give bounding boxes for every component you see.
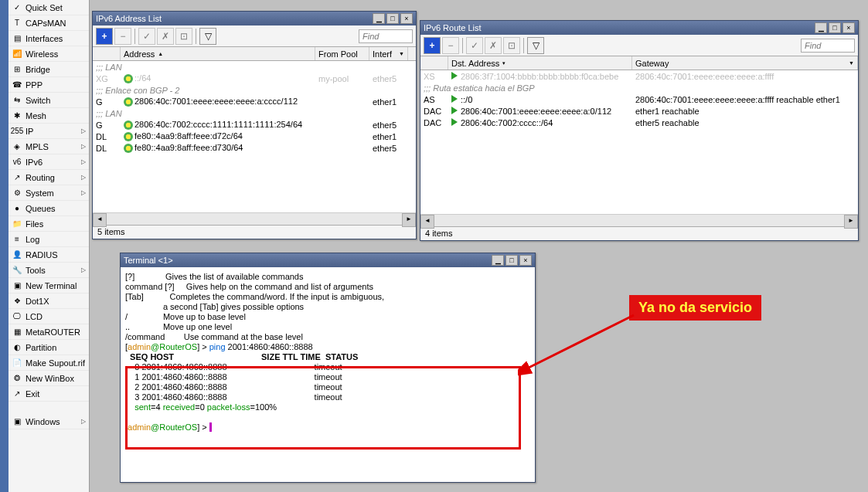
- horizontal-scrollbar[interactable]: [420, 214, 858, 226]
- remove-button[interactable]: −: [114, 28, 131, 45]
- table-row[interactable]: DL fe80::4aa9:8aff:feee:d730/64 ether5: [93, 142, 416, 154]
- horizontal-scrollbar[interactable]: [93, 212, 416, 225]
- find-input[interactable]: [801, 39, 855, 53]
- table-row[interactable]: G 2806:40c:7002:cccc:1111:1111:1111:254/…: [93, 119, 416, 131]
- maximize-button[interactable]: □: [505, 255, 518, 266]
- table-row[interactable]: XG ::/64 my-pool ether5: [93, 73, 416, 84]
- sidebar-item-interfaces[interactable]: ▤Interfaces: [9, 31, 89, 46]
- sidebar-item-label: MetaROUTER: [26, 327, 80, 337]
- sidebar-item-files[interactable]: 📁Files: [9, 216, 89, 232]
- sidebar-item-label: Queues: [26, 204, 56, 213]
- sidebar-item-exit[interactable]: ↗Exit: [9, 386, 89, 402]
- address-icon: [124, 97, 133, 107]
- sidebar-item-windows[interactable]: ▣Windows▷: [9, 414, 89, 429]
- sidebar-item-ipv6[interactable]: v6IPv6▷: [9, 154, 89, 170]
- find-input[interactable]: [359, 29, 413, 43]
- table-row[interactable]: XS 2806:3f7:1004:bbbb:bbbb:bbbb:f0ca:beb…: [420, 70, 858, 82]
- sidebar-item-radius[interactable]: 👤RADIUS: [9, 247, 89, 263]
- ping-summary: sent=4 received=0 packet-loss=100%: [125, 402, 530, 412]
- minimize-button[interactable]: ▁: [815, 22, 827, 33]
- sidebar-item-ppp[interactable]: ☎PPP: [9, 77, 89, 93]
- sidebar-item-log[interactable]: ≡Log: [9, 232, 89, 247]
- route-icon: [451, 95, 458, 103]
- minimize-button[interactable]: ▁: [492, 255, 504, 266]
- menu-icon: ●: [12, 203, 22, 214]
- enable-button[interactable]: ✓: [466, 37, 483, 54]
- help-line: /command Use command at the base level: [125, 332, 530, 342]
- col-flag[interactable]: [93, 47, 121, 60]
- filter-button[interactable]: ▽: [199, 28, 216, 45]
- close-button[interactable]: ×: [842, 22, 855, 33]
- add-button[interactable]: +: [424, 37, 441, 54]
- sidebar-item-blank: [9, 402, 89, 414]
- col-gateway[interactable]: Gateway▼: [632, 56, 858, 70]
- maximize-button[interactable]: □: [829, 22, 841, 33]
- enable-button[interactable]: ✓: [138, 28, 155, 45]
- sidebar-item-capsman[interactable]: TCAPsMAN: [9, 15, 89, 31]
- close-button[interactable]: ×: [519, 255, 532, 266]
- table-row[interactable]: DL fe80::4aa9:8aff:feee:d72c/64 ether1: [93, 131, 416, 142]
- menu-icon: ◈: [12, 141, 22, 152]
- sidebar-item-partition[interactable]: ◐Partition: [9, 340, 89, 355]
- minimize-button[interactable]: ▁: [373, 13, 385, 24]
- sidebar-item-metarouter[interactable]: ▦MetaROUTER: [9, 324, 89, 340]
- sidebar-item-wireless[interactable]: 📶Wireless: [9, 46, 89, 62]
- sidebar-item-label: Mesh: [26, 111, 46, 120]
- sidebar-item-mpls[interactable]: ◈MPLS▷: [9, 139, 89, 154]
- sidebar-item-new-terminal[interactable]: ▣New Terminal: [9, 278, 89, 294]
- help-line: a second [Tab] gives possible options: [125, 302, 530, 312]
- sidebar-item-ip[interactable]: 255IP▷: [9, 124, 89, 139]
- window-title: Terminal <1>: [124, 256, 173, 265]
- disable-button[interactable]: ✗: [157, 28, 174, 45]
- sidebar-item-routing[interactable]: ↗Routing▷: [9, 170, 89, 185]
- terminal-body[interactable]: [?] Gives the list of available commands…: [121, 267, 535, 482]
- sidebar-item-label: New WinBox: [26, 374, 74, 383]
- table-row[interactable]: DAC 2806:40c:7002:cccc::/64 ether5 reach…: [420, 117, 858, 128]
- prompt-line[interactable]: [admin@RouterOS] >: [125, 422, 530, 433]
- titlebar[interactable]: Terminal <1> ▁ □ ×: [121, 253, 535, 267]
- sidebar-item-system[interactable]: ⚙System▷: [9, 185, 89, 201]
- remove-button[interactable]: −: [442, 37, 459, 54]
- menu-icon: 👤: [12, 249, 22, 260]
- address-icon: [124, 132, 133, 141]
- col-flag[interactable]: [420, 56, 448, 70]
- sidebar-item-queues[interactable]: ●Queues: [9, 201, 89, 216]
- col-frompool[interactable]: From Pool: [315, 47, 369, 60]
- col-address[interactable]: Address▲: [121, 47, 315, 60]
- main-sidebar: ✓Quick SetTCAPsMAN▤Interfaces📶Wireless⊞B…: [9, 0, 90, 492]
- menu-icon: 🔧: [12, 265, 22, 276]
- titlebar[interactable]: IPv6 Route List ▁ □ ×: [420, 21, 858, 35]
- col-interface[interactable]: Interf▼: [369, 47, 408, 60]
- titlebar[interactable]: IPv6 Address List ▁ □ ×: [93, 12, 416, 25]
- sidebar-item-quick-set[interactable]: ✓Quick Set: [9, 0, 89, 15]
- help-line: / Move up to base level: [125, 312, 530, 322]
- comment-button[interactable]: ⊡: [175, 28, 192, 45]
- maximize-button[interactable]: □: [386, 13, 399, 24]
- menu-icon: ☎: [12, 80, 22, 90]
- window-title: IPv6 Address List: [96, 14, 162, 23]
- sidebar-item-mesh[interactable]: ✱Mesh: [9, 108, 89, 124]
- close-button[interactable]: ×: [400, 13, 413, 24]
- ping-row: 0 2001:4860:4860::8888 timeout: [125, 362, 530, 372]
- sidebar-item-label: LCD: [26, 312, 43, 321]
- address-table-body: ;;; LAN XG ::/64 my-pool ether5 ;;; Enla…: [93, 61, 416, 212]
- comment-button[interactable]: ⊡: [503, 37, 520, 54]
- sidebar-item-dot1x[interactable]: ❖Dot1X: [9, 294, 89, 309]
- sidebar-item-switch[interactable]: ⇆Switch: [9, 93, 89, 108]
- filter-button[interactable]: ▽: [527, 37, 544, 54]
- sidebar-item-make-supout-rif[interactable]: 📄Make Supout.rif: [9, 355, 89, 371]
- toolbar: + − ✓ ✗ ⊡ ▽: [93, 25, 416, 47]
- disable-button[interactable]: ✗: [485, 37, 502, 54]
- sidebar-item-label: IP: [26, 127, 33, 136]
- table-row[interactable]: DAC 2806:40c:7001:eeee:eeee:eeee:a:0/112…: [420, 105, 858, 117]
- sidebar-item-lcd[interactable]: 🖵LCD: [9, 309, 89, 324]
- sidebar-item-tools[interactable]: 🔧Tools▷: [9, 263, 89, 278]
- table-row[interactable]: G 2806:40c:7001:eeee:eeee:eeee:a:cccc/11…: [93, 96, 416, 107]
- menu-icon: ↗: [12, 389, 22, 399]
- sidebar-item-new-winbox[interactable]: ❂New WinBox: [9, 371, 89, 386]
- col-dst[interactable]: Dst. Address▾: [448, 56, 632, 70]
- route-icon: [451, 72, 458, 80]
- table-row[interactable]: AS ::/0 2806:40c:7001:eeee:eeee:eeee:a:f…: [420, 93, 858, 105]
- sidebar-item-bridge[interactable]: ⊞Bridge: [9, 62, 89, 77]
- add-button[interactable]: +: [96, 28, 113, 45]
